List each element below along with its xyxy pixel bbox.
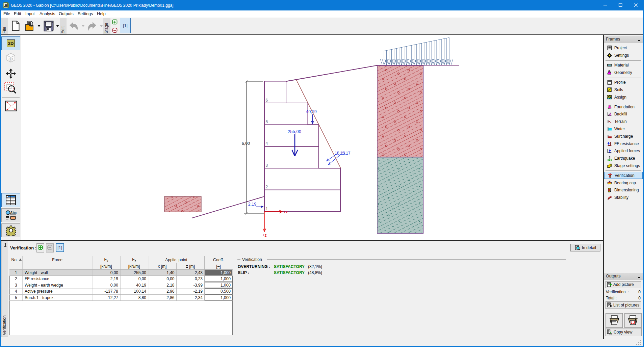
- svg-text:1: 1: [608, 165, 610, 167]
- svg-text:255,00: 255,00: [288, 129, 301, 134]
- svg-text:40,19: 40,19: [306, 109, 316, 114]
- svg-text:+z: +z: [262, 233, 266, 238]
- svg-text:1: 1: [266, 207, 268, 211]
- svg-text:2: 2: [266, 185, 268, 189]
- svg-text:3D: 3D: [8, 57, 13, 61]
- svg-text:6: 6: [266, 98, 268, 103]
- svg-text:3: 3: [266, 163, 268, 168]
- svg-text:Abc: Abc: [10, 211, 17, 215]
- svg-text:2,19: 2,19: [248, 202, 256, 207]
- svg-text:4: 4: [266, 141, 268, 146]
- svg-text:5: 5: [266, 119, 268, 124]
- svg-text:+x: +x: [283, 210, 288, 214]
- svg-text:6,00: 6,00: [242, 141, 250, 146]
- svg-text:15,17: 15,17: [340, 151, 351, 156]
